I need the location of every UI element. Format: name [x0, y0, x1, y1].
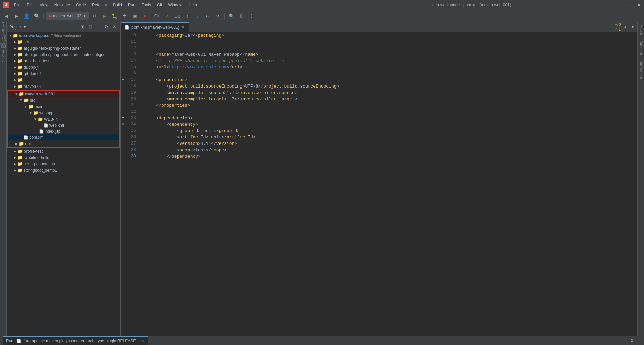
- code-content[interactable]: <packaging>war</packaging> <name>maven-w…: [142, 32, 637, 336]
- git-branch-button[interactable]: ⎇: [173, 12, 182, 20]
- close-tgt: maven.compiler.target: [240, 96, 295, 102]
- maven-panel-tab[interactable]: Maven: [638, 22, 644, 38]
- tree-item-atguigu2[interactable]: ▶ 📁 atguigu-hello-spring-boot-starter-au…: [7, 51, 120, 58]
- menu-help[interactable]: Help: [186, 2, 200, 8]
- hide-panel-icon[interactable]: ✕: [111, 24, 118, 31]
- menu-run[interactable]: Run: [125, 2, 138, 8]
- tree-item-dubbo[interactable]: ▶ 📁 dubbo-jt: [7, 64, 120, 70]
- tab-actions: ⚠ 2 ✓ 1 ▲ ▼: [613, 24, 637, 31]
- maven-web-section: ▼ 📁 maven-web-001 ▼ 📁 src ▼ 📁: [7, 90, 120, 148]
- fold-17[interactable]: ▼: [121, 77, 125, 83]
- collapse-icon[interactable]: ▼: [629, 24, 636, 31]
- forward-button[interactable]: ▶: [12, 12, 21, 20]
- run-configuration-dropdown[interactable]: ▶ maven_web_02 ▼: [46, 12, 89, 20]
- ob: <: [177, 128, 180, 134]
- git-redo-button[interactable]: ↪: [213, 12, 222, 20]
- arrow: ▶: [13, 53, 17, 56]
- minimize-button[interactable]: ─: [625, 3, 629, 7]
- tree-item-springboot[interactable]: ▶ 📁 springboot_demo1: [7, 167, 120, 173]
- tree-item-out[interactable]: ▶ 📁 out: [8, 140, 119, 147]
- arrow: ▶: [14, 142, 19, 146]
- menu-edit[interactable]: Edit: [24, 2, 36, 8]
- structure-icon[interactable]: Structure: [0, 53, 7, 60]
- menu-window[interactable]: Window: [165, 2, 185, 8]
- stop-button[interactable]: ■: [141, 12, 149, 20]
- git-fetch-button[interactable]: ↓: [193, 12, 202, 20]
- layout-icon[interactable]: ⊞: [79, 24, 86, 31]
- run-settings-icon[interactable]: ⚙: [629, 337, 635, 344]
- tree-item-indexjsp[interactable]: ▶ 📄 index.jsp: [8, 128, 119, 134]
- tree-item-rabbitmq[interactable]: ▶ 📁 rabbitmq-hello: [7, 154, 120, 161]
- tree-item-idea[interactable]: ▶ 📁 .idea: [7, 39, 120, 45]
- ln-10: 10: [125, 32, 139, 39]
- reload-button[interactable]: ↺: [90, 12, 99, 20]
- find-button[interactable]: 🔍: [227, 12, 236, 20]
- indent: [146, 51, 156, 58]
- run-hide-icon[interactable]: —: [636, 337, 643, 344]
- menu-navigate[interactable]: Navigate: [52, 2, 73, 8]
- code-line-23: <dependencies>: [146, 115, 637, 121]
- debug-button[interactable]: 🐛: [110, 12, 119, 20]
- menu-code[interactable]: Code: [73, 2, 89, 8]
- tree-item-gitdemo[interactable]: ▶ 📁 git-demo1: [7, 70, 120, 77]
- close-button[interactable]: ✕: [637, 3, 641, 7]
- maximize-button[interactable]: □: [631, 3, 635, 7]
- code-line-27: <version>4.11</version>: [146, 140, 637, 147]
- git-undo-button[interactable]: ↩: [203, 12, 212, 20]
- back-button[interactable]: ◀: [2, 12, 11, 20]
- run-tab-close[interactable]: ✕: [141, 339, 144, 343]
- profile-icon[interactable]: 👤: [22, 12, 31, 20]
- tree-item-maven01[interactable]: ▶ 📁 maven-01: [7, 83, 120, 90]
- menu-file[interactable]: File: [11, 2, 23, 8]
- settings-button[interactable]: ⚙: [237, 12, 246, 20]
- code-line-18: <project.build.sourceEncoding>UTF-8</pro…: [146, 83, 637, 90]
- menu-view[interactable]: View: [37, 2, 51, 8]
- tree-item-spring-annotation[interactable]: ▶ 📁 spring-annotation: [7, 161, 120, 167]
- tree-item-main[interactable]: ▼ 📁 main: [8, 103, 119, 110]
- git-push-button[interactable]: ↑: [183, 12, 192, 20]
- tree-item-pomxml[interactable]: ▶ 📄 pom.xml: [8, 134, 119, 140]
- tree-item-atguigu1[interactable]: ▶ 📁 atguigu-hello-spring-boot-starter: [7, 45, 120, 51]
- code-editor[interactable]: ▼ ▼ ▼ 10 11 1: [121, 32, 637, 336]
- tree-root[interactable]: ▼ 📁 idea-workspace E:\idea-workspace: [7, 32, 120, 39]
- notifications-panel-tab[interactable]: Notifications: [638, 58, 644, 81]
- run-tab-active[interactable]: Run: 📄 [org.apache.maven.plugins:maven-a…: [3, 336, 148, 345]
- collapse-all-icon[interactable]: ⊟: [87, 24, 94, 31]
- menu-tools[interactable]: Tools: [139, 2, 154, 8]
- menu-refactor[interactable]: Refactor: [89, 2, 110, 8]
- tree-item-webxml[interactable]: ▶ 📄 web.xml: [8, 122, 119, 128]
- menu-git[interactable]: Git: [154, 2, 165, 8]
- editor-tab-pomxml[interactable]: 📄 pom.xml (maven-web-001) ✕: [121, 22, 189, 32]
- coverage-button[interactable]: ☂: [120, 12, 129, 20]
- fold-24[interactable]: ▼: [121, 121, 125, 128]
- cb2: </: [234, 90, 240, 96]
- expand-icon[interactable]: ▲: [622, 24, 629, 31]
- search-everywhere-button[interactable]: 🔍: [32, 12, 41, 20]
- item-name: boot-hello-test: [24, 59, 49, 63]
- dots-icon[interactable]: ⋯: [95, 24, 102, 31]
- profile-run-button[interactable]: ◉: [130, 12, 139, 20]
- tab-close-icon[interactable]: ✕: [181, 25, 184, 30]
- tree-item-profile[interactable]: ▶ 📁 profile-test: [7, 148, 120, 154]
- folder-icon: 📁: [13, 33, 18, 38]
- run-button[interactable]: ▶: [100, 12, 109, 20]
- ob: <: [156, 115, 159, 121]
- tab-action-warnings[interactable]: ⚠ 2 ✓ 1: [614, 24, 621, 31]
- gear-icon[interactable]: ⚙: [103, 24, 110, 31]
- menu-build[interactable]: Build: [110, 2, 125, 8]
- ob: <: [177, 147, 180, 153]
- tree-item-jt[interactable]: ▶ 📁 jt: [7, 77, 120, 83]
- more-button[interactable]: ⋮: [247, 12, 256, 20]
- git-check-button[interactable]: ✓: [163, 12, 172, 20]
- fold-23[interactable]: ▼: [121, 115, 125, 121]
- tree-item-webinf[interactable]: ▼ 📁 WEB-INF: [8, 116, 119, 122]
- tree-item-boot[interactable]: ▶ 📁 boot-hello-test: [7, 58, 120, 64]
- tree-item-mavenweb001[interactable]: ▼ 📁 maven-web-001: [8, 91, 119, 97]
- bottom-panel: Run: 📄 [org.apache.maven.plugins:maven-a…: [0, 336, 644, 345]
- database-panel-tab[interactable]: Database: [638, 38, 644, 58]
- tree-item-webapp[interactable]: ▼ 📁 webapp: [8, 110, 119, 116]
- run-tab-actions: ⚙ —: [627, 337, 644, 344]
- tree-item-src[interactable]: ▼ 📁 src: [8, 97, 119, 103]
- separator-3: [224, 13, 225, 19]
- cb: >: [206, 134, 208, 140]
